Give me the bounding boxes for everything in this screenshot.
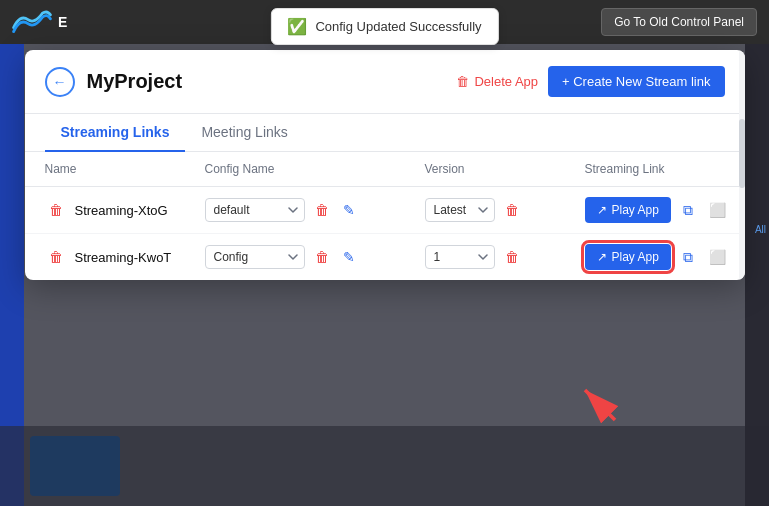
- row-2-streaming: ↗ Play App ⧉ ⬜: [585, 244, 730, 270]
- modal-tabs: Streaming Links Meeting Links: [25, 114, 745, 152]
- tab-streaming-links[interactable]: Streaming Links: [45, 114, 186, 152]
- top-bar-right: Go To Old Control Panel: [601, 8, 757, 36]
- trash-icon: 🗑: [505, 202, 519, 218]
- header-version: Version: [425, 162, 585, 176]
- modal-header-right: 🗑 Delete App + Create New Stream link: [456, 66, 724, 97]
- modal-scrollbar[interactable]: [739, 50, 745, 280]
- notification-message: Config Updated Successfully: [315, 19, 481, 34]
- row-2-delete-button[interactable]: 🗑: [45, 247, 67, 267]
- header-name: Name: [45, 162, 205, 176]
- row-1-config-select[interactable]: default Config Config2: [205, 198, 305, 222]
- header-streaming-link: Streaming Link: [585, 162, 725, 176]
- screen-icon: ⬜: [709, 249, 726, 265]
- modal: ← MyProject 🗑 Delete App + Create New St…: [25, 50, 745, 280]
- bottom-area: [0, 426, 769, 506]
- scrollbar-thumb: [739, 119, 745, 188]
- row-1-version-delete-button[interactable]: 🗑: [501, 200, 523, 220]
- row-2-version-delete-button[interactable]: 🗑: [501, 247, 523, 267]
- app-logo: [12, 8, 52, 36]
- modal-title: MyProject: [87, 70, 183, 93]
- delete-app-label: Delete App: [474, 74, 538, 89]
- row-2-name: 🗑 Streaming-KwoT: [45, 247, 205, 267]
- row-1-config-edit-button[interactable]: ✎: [339, 200, 359, 220]
- all-label[interactable]: All: [755, 224, 766, 235]
- row-1-config: default Config Config2 🗑 ✎: [205, 198, 425, 222]
- back-button[interactable]: ←: [45, 67, 75, 97]
- row-1-name-label: Streaming-XtoG: [75, 203, 168, 218]
- trash-icon: 🗑: [505, 249, 519, 265]
- logo-area: E: [12, 8, 67, 36]
- row-2-config-delete-button[interactable]: 🗑: [311, 247, 333, 267]
- thumbnail-preview: [30, 436, 120, 496]
- row-1-streaming: ↗ Play App ⧉ ⬜: [585, 197, 730, 223]
- modal-header: ← MyProject 🗑 Delete App + Create New St…: [25, 50, 745, 114]
- edit-icon: ✎: [343, 202, 355, 218]
- row-2-play-label: Play App: [612, 250, 659, 264]
- trash-icon: 🗑: [315, 202, 329, 218]
- create-stream-button[interactable]: + Create New Stream link: [548, 66, 724, 97]
- trash-icon: 🗑: [315, 249, 329, 265]
- screen-icon: ⬜: [709, 202, 726, 218]
- row-1-config-delete-button[interactable]: 🗑: [311, 200, 333, 220]
- row-2-copy-button[interactable]: ⧉: [679, 247, 697, 268]
- old-control-panel-button[interactable]: Go To Old Control Panel: [601, 8, 757, 36]
- row-1-copy-button[interactable]: ⧉: [679, 200, 697, 221]
- tab-meeting-links[interactable]: Meeting Links: [185, 114, 303, 152]
- row-2-name-label: Streaming-KwoT: [75, 250, 172, 265]
- row-2-config: default Config Config2 🗑 ✎: [205, 245, 425, 269]
- app-name: E: [58, 14, 67, 30]
- trash-icon: 🗑: [49, 249, 63, 265]
- external-icon: ↗: [597, 250, 607, 264]
- table-row: 🗑 Streaming-KwoT default Config Config2 …: [25, 234, 745, 280]
- row-2-config-select[interactable]: default Config Config2: [205, 245, 305, 269]
- copy-icon: ⧉: [683, 249, 693, 266]
- delete-app-button[interactable]: 🗑 Delete App: [456, 74, 538, 89]
- edit-icon: ✎: [343, 249, 355, 265]
- row-1-version-select[interactable]: Latest 1 2: [425, 198, 495, 222]
- header-config-name: Config Name: [205, 162, 425, 176]
- row-1-version: Latest 1 2 🗑: [425, 198, 585, 222]
- row-2-version: Latest 1 2 🗑: [425, 245, 585, 269]
- row-2-play-button[interactable]: ↗ Play App: [585, 244, 671, 270]
- row-1-screen-button[interactable]: ⬜: [705, 200, 730, 220]
- row-2-screen-button[interactable]: ⬜: [705, 247, 730, 267]
- row-2-version-select[interactable]: Latest 1 2: [425, 245, 495, 269]
- table-header-row: Name Config Name Version Streaming Link: [25, 152, 745, 187]
- trash-icon: 🗑: [49, 202, 63, 218]
- row-1-play-button[interactable]: ↗ Play App: [585, 197, 671, 223]
- row-1-delete-button[interactable]: 🗑: [45, 200, 67, 220]
- success-icon: ✅: [287, 17, 307, 36]
- row-2-config-edit-button[interactable]: ✎: [339, 247, 359, 267]
- table-row: 🗑 Streaming-XtoG default Config Config2 …: [25, 187, 745, 234]
- success-notification: ✅ Config Updated Successfully: [270, 8, 498, 45]
- row-1-play-label: Play App: [612, 203, 659, 217]
- modal-header-left: ← MyProject: [45, 67, 183, 97]
- modal-table: Name Config Name Version Streaming Link …: [25, 152, 745, 280]
- external-icon: ↗: [597, 203, 607, 217]
- copy-icon: ⧉: [683, 202, 693, 219]
- trash-icon: 🗑: [456, 74, 469, 89]
- row-1-name: 🗑 Streaming-XtoG: [45, 200, 205, 220]
